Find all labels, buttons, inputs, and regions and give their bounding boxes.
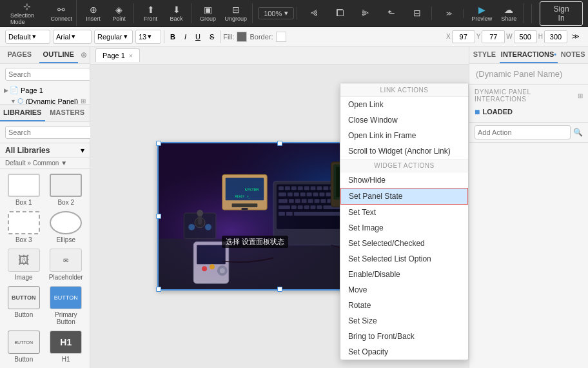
box1-label: Box 1 [15, 199, 32, 206]
align-right-button[interactable]: ⫸ [354, 6, 377, 20]
share-button[interactable]: ☁ Share [497, 3, 520, 23]
widget-placeholder[interactable]: ✉ Placeholder [48, 249, 85, 281]
menu-item-enable-disable[interactable]: Enable/Disable [340, 267, 468, 282]
panel-tabs: STYLE INTERACTIONS• NOTES [469, 46, 588, 64]
menu-item-set-text[interactable]: Set Text [340, 205, 468, 220]
insert-button[interactable]: ⊕ Insert [82, 3, 105, 23]
underline-button[interactable]: U [192, 30, 204, 44]
connect-button[interactable]: ⚯ Connect [50, 3, 74, 23]
menu-item-move[interactable]: Move [340, 282, 468, 298]
back-icon: ⬇ [173, 5, 181, 15]
ungroup-button[interactable]: ⊟ Ungroup [222, 3, 250, 23]
zoom-control[interactable]: 100% ▾ [258, 7, 294, 19]
strikethrough-button[interactable]: S [206, 30, 217, 44]
align-middle-button[interactable]: ⊟ [406, 6, 429, 20]
separator [531, 4, 532, 23]
menu-item-set-image[interactable]: Set Image [340, 220, 468, 236]
library-name: All Libraries [5, 146, 50, 155]
menu-item-bring-to-front[interactable]: Bring to Front/Back [340, 329, 468, 344]
button-widget-icon: BUTTON [8, 286, 40, 309]
widget-h1[interactable]: H1 H1 [48, 331, 85, 363]
outline-dynamic-panel[interactable]: ▼ ⬡ (Dynamic Panel) ⊞ [3, 96, 87, 104]
tab-masters[interactable]: MASTERS [45, 105, 90, 121]
order-group: ⬆ Front ⬇ Back [137, 3, 191, 23]
group-button[interactable]: ▣ Group [197, 3, 220, 23]
lib-chevron-icon: ▾ [81, 146, 84, 155]
menu-item-open-link[interactable]: Open Link [340, 97, 468, 112]
widget-ellipse[interactable]: Ellipse [48, 211, 85, 243]
widget-image[interactable]: 🖼 Image [5, 249, 43, 281]
height-input[interactable] [544, 30, 567, 43]
canvas-tabs: Page 1 × [90, 46, 469, 65]
widget-button[interactable]: BUTTON Button [5, 286, 43, 325]
add-action-input[interactable] [475, 125, 571, 139]
style-dropdown[interactable]: Default ▾ [5, 30, 50, 44]
font-style-dropdown[interactable]: Regular ▾ [94, 30, 133, 44]
box3-icon [8, 211, 40, 234]
preview-button[interactable]: ▶ Preview [469, 3, 495, 23]
widget-box3[interactable]: Box 3 [5, 211, 43, 243]
menu-item-scroll-widget[interactable]: Scroll to Widget (Anchor Link) [340, 143, 468, 159]
canvas-tab-page1[interactable]: Page 1 × [95, 48, 140, 62]
menu-item-set-selected-checked[interactable]: Set Selected/Checked [340, 236, 468, 251]
tab-outline[interactable]: OUTLINE [39, 46, 79, 63]
widget-small-button[interactable]: BUTTON Button [5, 331, 43, 363]
bold-button[interactable]: B [167, 30, 179, 44]
selection-mode-button[interactable]: ⊹ Selection Mode [8, 0, 47, 26]
menu-item-set-size[interactable]: Set Size [340, 313, 468, 329]
tab-interactions[interactable]: INTERACTIONS• [500, 46, 558, 63]
menu-item-rotate[interactable]: Rotate [340, 298, 468, 313]
menu-item-set-panel-state[interactable]: Set Panel State [340, 188, 468, 205]
align-middle-icon: ⊟ [413, 8, 421, 18]
border-label: Border: [250, 33, 273, 41]
preview-group: ▶ Preview ☁ Share [466, 3, 524, 23]
link-actions-header: LINK ACTIONS [340, 83, 468, 97]
widget-box1[interactable]: Box 1 [5, 174, 43, 206]
page-icon: 📄 [10, 86, 19, 94]
section-options-icon[interactable]: ⊞ [578, 92, 583, 99]
size-chevron-icon: ▾ [148, 32, 152, 41]
border-color-swatch[interactable] [276, 32, 286, 42]
widget-box2[interactable]: Box 2 [48, 174, 85, 206]
menu-item-close-window[interactable]: Close Window [340, 112, 468, 128]
italic-button[interactable]: I [181, 30, 190, 44]
y-input[interactable] [482, 30, 505, 43]
add-action-search-icon[interactable]: 🔍 [573, 128, 583, 137]
tab-notes[interactable]: NOTES [558, 46, 588, 63]
align-center-button[interactable]: ⧠ [328, 6, 351, 20]
add-page-button[interactable]: ⊕ [78, 46, 90, 63]
placeholder-label: Placeholder [49, 274, 83, 281]
menu-item-show-hide[interactable]: Show/Hide [340, 172, 468, 188]
tab-style[interactable]: STYLE [469, 46, 500, 63]
font-dropdown[interactable]: Arial ▾ [53, 30, 92, 44]
group-controls: ▣ Group ⊟ Ungroup [194, 3, 253, 23]
more-options-button[interactable]: ≫ [569, 30, 583, 44]
menu-item-open-link-frame[interactable]: Open Link in Frame [340, 128, 468, 143]
outline-search-input[interactable] [5, 68, 90, 81]
font-size-dropdown[interactable]: 13 ▾ [135, 30, 161, 44]
point-button[interactable]: ◈ Point [108, 3, 131, 23]
sign-in-button[interactable]: Sign In [540, 1, 583, 26]
widget-primary-button[interactable]: BUTTON Primary Button [48, 286, 85, 325]
menu-item-set-opacity[interactable]: Set Opacity [340, 344, 468, 360]
interactions-dot: • [554, 50, 556, 58]
x-input[interactable] [452, 30, 475, 43]
library-search-input[interactable] [5, 126, 101, 139]
front-button[interactable]: ⬆ Front [139, 3, 162, 23]
fill-color-swatch[interactable] [237, 32, 247, 42]
panel-options-icon: ⊞ [81, 97, 86, 104]
outline-page1[interactable]: ▶ 📄 Page 1 [3, 85, 87, 96]
width-input[interactable] [514, 30, 537, 43]
back-button[interactable]: ⬇ Back [165, 3, 188, 23]
insert-icon: ⊕ [90, 5, 97, 15]
menu-item-set-selected-list[interactable]: Set Selected List Option [340, 251, 468, 267]
connect-icon: ⚯ [57, 5, 65, 15]
align-left-button[interactable]: ⫷ [302, 6, 326, 20]
close-tab-icon[interactable]: × [129, 52, 133, 59]
align-top-button[interactable]: ⬑ [380, 6, 403, 20]
more-button[interactable]: ≫ [437, 9, 460, 18]
ungroup-icon: ⊟ [232, 5, 240, 15]
tab-pages[interactable]: PAGES [0, 46, 39, 63]
tab-libraries[interactable]: LIBRARIES [0, 105, 45, 121]
selection-icon: ⊹ [23, 1, 31, 12]
